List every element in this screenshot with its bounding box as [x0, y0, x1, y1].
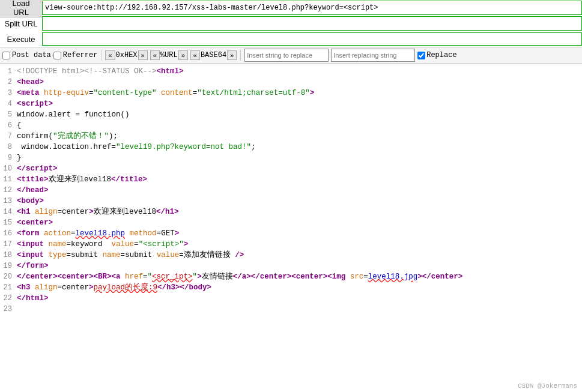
url-input[interactable] [42, 1, 582, 15]
execute-button[interactable]: Execute [0, 34, 42, 45]
code-line: 1 <!DOCTYPE html><!--STATUS OK--><html> [0, 66, 582, 77]
url-decode-btn[interactable]: « [150, 50, 160, 60]
insert-replacing-input[interactable] [331, 49, 415, 62]
post-data-option: Post data [2, 51, 51, 59]
base64-group: « BASE64 » [190, 50, 237, 60]
code-line: 14 <h1 align=center>欢迎来到level18</h1> [0, 207, 582, 217]
referrer-option: Referrer [53, 51, 98, 59]
replace-label: Replace [426, 51, 456, 59]
code-line: 18 <input type=submit name=submit value=… [0, 250, 582, 261]
b64-encode-btn[interactable]: » [227, 50, 237, 60]
split-row: Split URL [0, 16, 582, 31]
code-line: 22 </html> [0, 293, 582, 304]
code-line: 8 window.location.href="level19.php?keyw… [0, 142, 582, 152]
code-line: 16 <form action=level18.php method=GET> [0, 228, 582, 239]
code-area: 1 <!DOCTYPE html><!--STATUS OK--><html> … [0, 64, 582, 387]
base64-label: BASE64 [201, 51, 226, 59]
code-line: 15 <center> [0, 217, 582, 228]
hex-encode-btn[interactable]: » [138, 50, 148, 60]
divider2 [240, 50, 241, 61]
code-line: 17 <input name=keyword value="<script>"> [0, 239, 582, 250]
code-line: 2 <head> [0, 77, 582, 88]
url-group: « %URL » [150, 50, 188, 60]
url-label: %URL [160, 51, 178, 59]
code-line: 19 </form> [0, 261, 582, 271]
code-line: 10 </script> [0, 163, 582, 174]
divider1 [101, 50, 102, 61]
options-bar: Post data Referrer « 0xHEX » « %URL » « … [0, 47, 582, 64]
footer-text: CSDN @Jokermans [518, 382, 577, 387]
hex-decode-btn[interactable]: « [105, 50, 115, 60]
footer: CSDN @Jokermans [518, 382, 577, 387]
code-line: 3 <meta http-equiv="content-type" conten… [0, 88, 582, 98]
hex-group: « 0xHEX » [105, 50, 147, 60]
code-line: 12 </head> [0, 185, 582, 196]
split-url-button[interactable]: Split URL [0, 18, 42, 29]
url-row: Load URL [0, 0, 582, 16]
b64-decode-btn[interactable]: « [190, 50, 200, 60]
split-url-input[interactable] [42, 16, 582, 31]
toolbar: Load URL Split URL Execute [0, 0, 582, 47]
execute-row: Execute [0, 31, 582, 47]
code-line: 7 confirm("完成的不错！"); [0, 131, 582, 142]
replace-checkbox[interactable] [417, 52, 425, 59]
code-line: 9 } [0, 152, 582, 163]
hex-label: 0xHEX [116, 51, 138, 59]
code-line: 6 { [0, 120, 582, 131]
code-line: 21 <h3 align=center>payload的长度:9</h3></b… [0, 282, 582, 293]
execute-input[interactable] [42, 32, 582, 46]
code-line: 13 <body> [0, 196, 582, 207]
code-line: 4 <script> [0, 98, 582, 109]
referrer-label: Referrer [63, 51, 98, 59]
post-data-label: Post data [12, 51, 51, 59]
post-data-checkbox[interactable] [2, 52, 10, 59]
insert-string-input[interactable] [244, 49, 329, 62]
code-line: 5 window.alert = function() [0, 109, 582, 120]
replace-option: Replace [417, 51, 456, 59]
referrer-checkbox[interactable] [53, 52, 61, 59]
url-encode-btn[interactable]: » [178, 50, 188, 60]
code-line: 20 </center><center><BR><a href="<scr_ip… [0, 271, 582, 282]
code-line: 23 [0, 304, 582, 315]
code-line: 11 <title>欢迎来到level18</title> [0, 174, 582, 185]
